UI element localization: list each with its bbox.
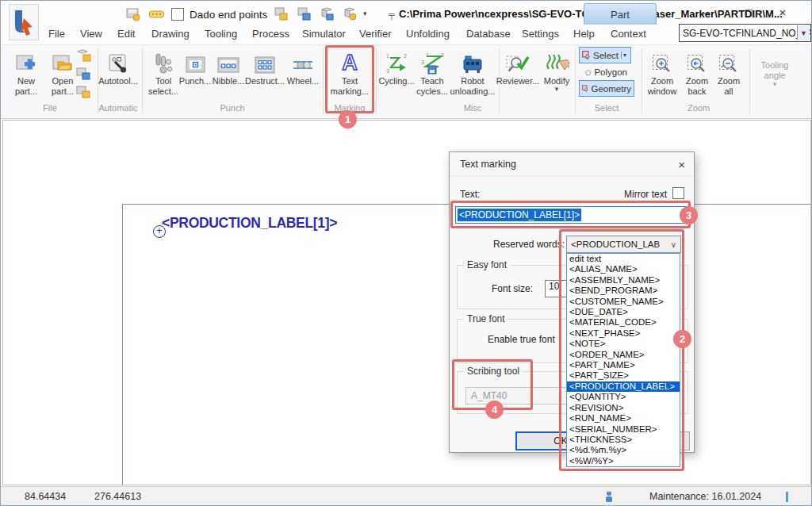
select-dropdown-icon[interactable]: ▾ [621,52,628,59]
project-combo-arrow-icon[interactable]: ▼ [797,25,810,40]
autotool-icon [106,47,130,75]
menu-settings[interactable]: Settings [522,28,559,40]
prima-power-logo-icon [12,9,36,36]
maintenance-date: Maintenance: 16.01.2024 [649,491,761,502]
nibble-icon [216,47,240,75]
status-accent-bar [786,492,788,502]
menu-tooling[interactable]: Tooling [205,28,237,40]
app-logo[interactable] [9,4,39,40]
ribbon-cycling-button[interactable]: 123 Cycling... [378,47,415,102]
svg-text:3: 3 [421,59,424,65]
annotation-badge-1: 1 [339,110,357,128]
svg-text:3: 3 [386,68,389,74]
menu-database[interactable]: Database [466,28,511,40]
application-window: Dado end points ▾ ╤ C:\Prima Power\ncexp… [0,0,812,506]
ribbon-geometry-button[interactable]: Geometry [579,80,634,97]
ribbon-group-punch: Punch [209,103,256,113]
mirror-text-checkbox[interactable] [672,187,684,199]
ribbon-punch-button[interactable]: Punch... [180,47,210,102]
menu-drawing[interactable]: Drawing [151,28,190,40]
svg-text:1: 1 [386,53,389,59]
punch-icon [185,47,206,75]
project-combo[interactable]: SG-EVO-TCFINLAND_NO_LAS ▼ [679,24,811,42]
ribbon-zoom-window-button[interactable]: Zoom window [645,47,680,102]
menu-help[interactable]: Help [573,28,595,40]
quick-access-dropdown-icon[interactable]: ▾ [363,10,367,17]
menu-file[interactable]: File [48,28,65,40]
dado-end-points-label: Dado end points [190,9,267,21]
text-field-label: Text: [460,189,480,200]
dialog-title-bar[interactable]: Text marking [450,152,694,176]
paste-small-icon[interactable] [75,85,91,98]
menu-edit[interactable]: Edit [117,28,135,40]
ribbon-group-misc: Misc [450,103,496,113]
copy-part-icon[interactable] [297,7,312,21]
close-button[interactable]: × [772,6,793,19]
part-boundary-left [122,204,123,485]
tooling-angle-dropdown-icon: ▼ [772,81,778,88]
ribbon-reviewer-button[interactable]: Reviewer... [497,47,538,102]
import-part-icon[interactable] [343,7,358,21]
block-tools-icon[interactable] [274,7,289,21]
ribbon-destruct-button[interactable]: Destruct... [247,47,283,102]
copy-small-icon[interactable] [75,67,91,80]
annotation-badge-2: 2 [673,330,691,348]
ribbon-zoom-back-button[interactable]: Zoom back [683,47,711,102]
ribbon-autotool-button[interactable]: Autotool... [96,47,140,102]
wheel-icon [291,47,315,75]
part-context-tab[interactable]: Part [584,3,657,25]
select-icon [582,50,591,60]
status-bar: 84.64434 276.44613 Maintenance: 16.01.20… [1,486,812,506]
reviewer-icon [504,47,531,75]
annotation-badge-4: 4 [485,401,504,419]
svg-text:2: 2 [404,53,407,59]
ribbon-robot-unloading-button[interactable]: Robot unloading... [450,47,496,102]
polygon-icon [584,67,592,78]
minimize-button[interactable]: – [696,6,717,19]
menu-unfolding[interactable]: Unfolding [406,28,450,40]
annotation-box-step2 [559,229,684,471]
menu-simulator[interactable]: Simulator [302,28,346,40]
menu-view[interactable]: View [80,28,102,40]
title-bar: Dado end points ▾ ╤ C:\Prima Power\ncexp… [1,1,812,44]
ribbon-group-automatic: Automatic [96,103,140,113]
ribbon-polygon-button[interactable]: Polygon [582,65,630,79]
ribbon-group-zoom: Zoom [673,103,724,113]
menu-process[interactable]: Process [252,28,289,40]
ribbon-zoom-all-button[interactable]: Zoom all [714,47,743,102]
ribbon-modify-button[interactable]: Modify ▼ [542,47,572,102]
production-label-marking[interactable]: <PRODUCTION_LABEL[1]> [162,215,337,232]
ribbon-wheel-button[interactable]: Wheel... [285,47,321,102]
ribbon-tool-select-button[interactable]: Tool select... [145,47,182,102]
project-combo-value: SG-EVO-TCFINLAND_NO_LAS [683,28,811,39]
export-part-icon[interactable] [320,7,335,21]
open-part-icon [51,47,75,75]
zoom-all-icon [718,47,740,75]
maximize-button[interactable]: □ [738,6,759,19]
svg-text:2: 2 [441,52,444,58]
dialog-close-icon[interactable]: × [678,158,685,171]
new-part-icon [14,47,38,75]
modify-dropdown-icon[interactable]: ▼ [553,86,560,93]
ribbon-select-button[interactable]: Select ▾ [579,47,631,63]
annotation-box-step1 [325,45,374,113]
ribbon-tooling-angle-button[interactable]: Tooling angle ▼ [753,59,797,115]
ribbon-new-part-button[interactable]: New part... [9,47,44,102]
ruler-icon[interactable] [149,7,164,21]
annotation-badge-3: 3 [680,206,698,224]
save-icon[interactable] [126,7,141,21]
cursor-y-coordinate: 276.44613 [94,491,141,502]
save-part-small-icon[interactable] [75,48,91,62]
menu-context[interactable]: Context [611,28,646,40]
dado-end-points-checkbox[interactable] [171,8,184,21]
cycling-icon: 123 [384,47,409,75]
path-prefix-icon: ╤ [389,10,395,19]
menu-verifier[interactable]: Verifier [359,28,391,40]
maintenance-status-icon [603,490,615,504]
destruct-icon [254,47,276,75]
font-size-label: Font size: [492,283,533,294]
modify-icon [544,47,569,75]
ribbon-nibble-button[interactable]: Nibble... [212,47,245,102]
ribbon-toolbar: New part... Open part... File Autotool..… [1,44,812,119]
ribbon-teach-cycles-button[interactable]: 123 Teach cycles... [415,47,450,102]
